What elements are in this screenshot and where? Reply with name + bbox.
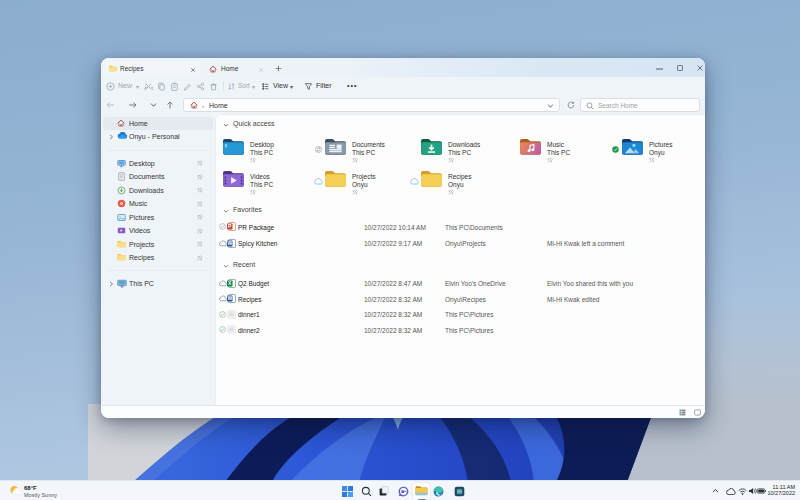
- svg-text:W: W: [227, 295, 232, 301]
- svg-text:W: W: [227, 240, 232, 246]
